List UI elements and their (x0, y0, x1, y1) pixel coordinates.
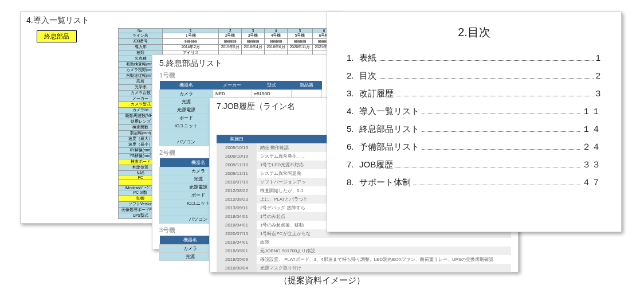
page-2-toc: 2.目次 1.表紙12.目次23.改訂履歴34.導入一覧リスト１１5.終息部品リ… (327, 11, 622, 232)
toc-item: 8.サポート体制４７ (347, 177, 602, 188)
caption: （提案資料イメージ） (0, 275, 644, 286)
page4-badge: 終息部品 (37, 30, 77, 42)
page2-title: 2.目次 (347, 25, 602, 40)
toc-item: 2.目次2 (347, 71, 602, 81)
toc-item: 5.終息部品リスト１４ (347, 124, 602, 135)
toc-item: 3.改訂履歴3 (347, 88, 602, 99)
toc-list: 1.表紙12.目次23.改訂履歴34.導入一覧リスト１１5.終息部品リスト１４6… (347, 53, 602, 188)
toc-item: 6.予備部品リスト２４ (347, 142, 602, 153)
toc-item: 1.表紙1 (347, 53, 602, 64)
page4-title: 4.導入一覧リスト (26, 15, 335, 26)
page5-title: 5.終息部品リスト (159, 58, 322, 69)
toc-item: 7.JOB履歴３３ (347, 159, 602, 170)
toc-item: 4.導入一覧リスト１１ (347, 106, 602, 117)
